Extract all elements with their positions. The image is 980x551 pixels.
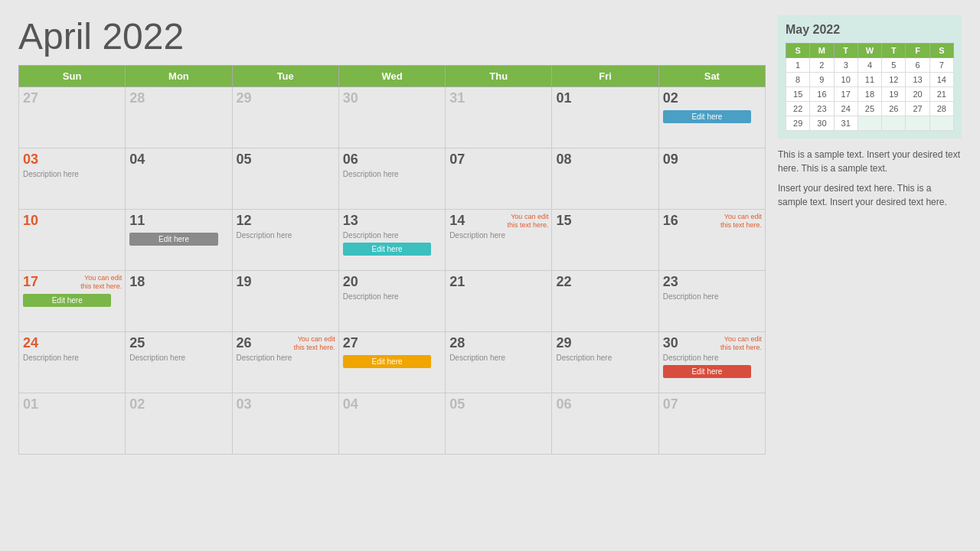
mini-cal-cell: 30 <box>810 116 834 131</box>
calendar-week-0: 27282930310102Edit here <box>19 87 766 148</box>
event-button[interactable]: Edit here <box>663 110 751 123</box>
mini-cal-cell: 5 <box>882 58 906 73</box>
day-number: 11 <box>129 213 227 230</box>
day-description: Description here <box>663 354 761 362</box>
mini-cal-cell: 24 <box>834 102 858 116</box>
day-description: Description here <box>237 231 335 240</box>
calendar-cell: 28 <box>126 87 232 148</box>
side-note: You can edit this text here. <box>502 213 548 230</box>
mini-cal-cell: 22 <box>786 102 810 116</box>
day-number: 04 <box>343 396 441 413</box>
calendar-cell: 08 <box>552 148 658 210</box>
event-button[interactable]: Edit here <box>663 365 751 378</box>
calendar-cell: 25Description here <box>126 332 232 393</box>
day-number: 29 <box>237 90 335 107</box>
mini-cal-cell: 21 <box>929 87 953 102</box>
calendar-cell: 29Description here <box>552 332 658 393</box>
mini-cal-cell: 16 <box>810 87 834 102</box>
event-button[interactable]: Edit here <box>129 233 217 246</box>
calendar-header-wed: Wed <box>338 66 445 87</box>
day-number: 04 <box>129 152 227 168</box>
event-button[interactable]: Edit here <box>343 243 431 256</box>
day-number: 29 <box>556 335 654 352</box>
calendar-cell: 23Description here <box>658 271 765 332</box>
day-description: Description here <box>449 231 547 240</box>
day-description: Description here <box>23 354 121 362</box>
day-number: 28 <box>449 335 547 352</box>
day-number: 23 <box>663 274 761 291</box>
mini-cal-header: T <box>834 44 858 58</box>
day-number: 12 <box>237 213 335 230</box>
day-number: 28 <box>129 90 227 107</box>
calendar-cell: 03 <box>232 393 338 455</box>
calendar-cell: 27 <box>19 87 126 148</box>
calendar-cell: 06Description here <box>338 148 445 210</box>
mini-cal-cell: 20 <box>906 87 929 102</box>
calendar-cell: 04 <box>338 393 445 455</box>
calendar-cell: 13Description hereEdit here <box>338 210 445 271</box>
day-description: Description here <box>449 354 547 362</box>
day-number: 01 <box>23 396 121 413</box>
mini-cal-cell: 26 <box>882 102 906 116</box>
day-number: 09 <box>663 152 761 168</box>
side-note: You can edit this text here. <box>289 335 335 352</box>
mini-cal-cell: 1 <box>786 58 810 73</box>
calendar-cell: 15 <box>552 210 658 271</box>
mini-cal-cell: 9 <box>810 73 834 87</box>
calendar-cell: 29 <box>232 87 338 148</box>
calendar-cell: 22 <box>552 271 658 332</box>
mini-cal-cell: 2 <box>810 58 834 73</box>
main-section: April 2022 SunMonTueWedThuFriSat 2728293… <box>18 15 766 536</box>
calendar-cell: 11Edit here <box>126 210 232 271</box>
day-number: 25 <box>129 335 227 352</box>
mini-cal-cell: 3 <box>834 58 858 73</box>
day-number: 27 <box>23 90 121 107</box>
day-number: 24 <box>23 335 121 352</box>
page-title: April 2022 <box>18 15 766 57</box>
year-label: 2022 <box>102 16 184 57</box>
mini-cal-title: May 2022 <box>786 23 954 37</box>
day-number: 02 <box>663 90 761 107</box>
day-description: Description here <box>663 292 761 301</box>
calendar-cell: 09 <box>658 148 765 210</box>
mini-cal-header: M <box>810 44 834 58</box>
day-number: 27 <box>343 335 441 352</box>
calendar-header-thu: Thu <box>446 66 552 87</box>
side-note: You can edit this text here. <box>76 274 122 291</box>
calendar-cell: 30 <box>338 87 445 148</box>
calendar-cell: 01 <box>552 87 658 148</box>
calendar-cell: 17You can edit this text here.Edit here <box>19 271 126 332</box>
mini-cal-header: F <box>906 44 929 58</box>
side-note: You can edit this text here. <box>716 335 762 352</box>
calendar-cell: 07 <box>446 148 552 210</box>
day-number: 30 <box>343 90 441 107</box>
day-number: 02 <box>129 396 227 413</box>
calendar-cell: 05 <box>446 393 552 455</box>
calendar-cell: 10 <box>19 210 126 271</box>
calendar-cell: 30You can edit this text here.Descriptio… <box>658 332 765 393</box>
day-number: 19 <box>237 274 335 291</box>
mini-cal-cell: 10 <box>834 73 858 87</box>
day-number: 21 <box>449 274 547 291</box>
calendar-cell: 05 <box>232 148 338 210</box>
calendar-week-2: 1011Edit here12Description here13Descrip… <box>19 210 766 271</box>
calendar-week-4: 24Description here25Description here26Yo… <box>19 332 766 393</box>
mini-cal-header: S <box>929 44 953 58</box>
event-button[interactable]: Edit here <box>23 294 111 307</box>
calendar-cell: 24Description here <box>19 332 126 393</box>
event-button[interactable]: Edit here <box>343 355 431 368</box>
day-number: 13 <box>343 213 441 230</box>
mini-cal-cell: 23 <box>810 102 834 116</box>
mini-cal-cell: 8 <box>786 73 810 87</box>
calendar-cell: 04 <box>126 148 232 210</box>
day-number: 20 <box>343 274 441 291</box>
calendar-cell: 26You can edit this text here.Descriptio… <box>232 332 338 393</box>
mini-cal-cell: 27 <box>906 102 929 116</box>
mini-cal-header: S <box>786 44 810 58</box>
mini-cal-cell: 6 <box>906 58 929 73</box>
calendar-cell: 31 <box>446 87 552 148</box>
mini-cal-cell: 14 <box>929 73 953 87</box>
calendar-cell: 20Description here <box>338 271 445 332</box>
mini-cal-cell: 15 <box>786 87 810 102</box>
mini-cal-cell: 12 <box>882 73 906 87</box>
